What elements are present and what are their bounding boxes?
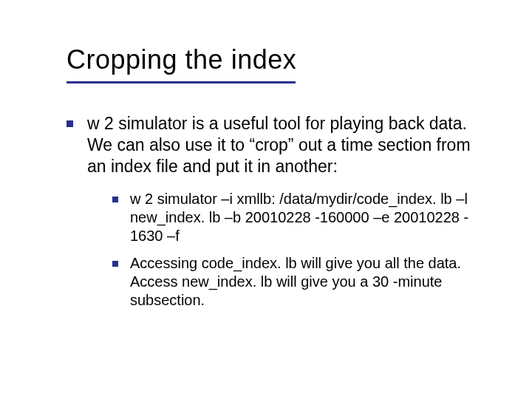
list-item: Accessing code_index. lb will give you a… — [112, 254, 488, 310]
list-item: w 2 simulator –i xmllb: /data/mydir/code… — [112, 190, 488, 245]
list-item: w 2 simulator is a useful tool for playi… — [66, 113, 488, 310]
title-underline — [66, 81, 296, 83]
slide: Cropping the index w 2 simulator is a us… — [0, 0, 532, 399]
bullet-text: Accessing code_index. lb will give you a… — [130, 255, 461, 308]
bullet-list-level2: w 2 simulator –i xmllb: /data/mydir/code… — [112, 190, 488, 310]
bullet-text: w 2 simulator –i xmllb: /data/mydir/code… — [130, 191, 468, 244]
bullet-text: w 2 simulator is a useful tool for playi… — [87, 114, 471, 176]
slide-title: Cropping the index — [66, 44, 488, 75]
bullet-list-level1: w 2 simulator is a useful tool for playi… — [66, 113, 488, 310]
